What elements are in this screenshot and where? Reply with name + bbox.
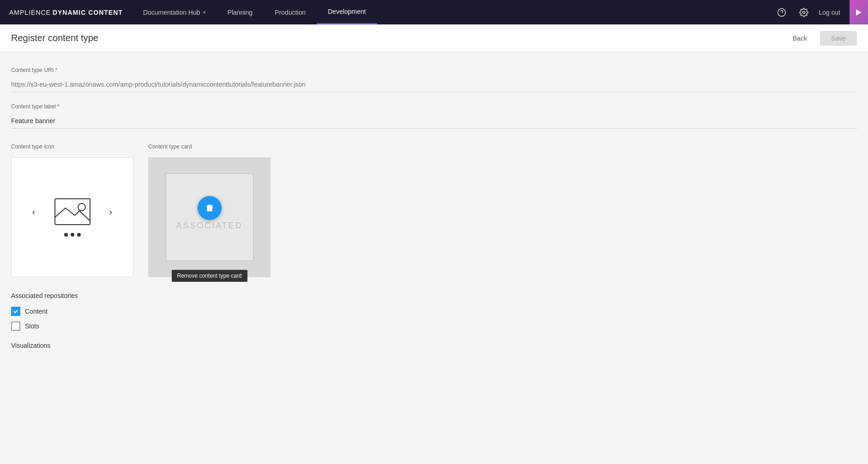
nav-item-production[interactable]: Production [264, 0, 317, 24]
label-form-group: Content type label * [11, 103, 857, 129]
dot-3 [77, 233, 81, 237]
nav-accent [850, 0, 868, 24]
save-button[interactable]: Save [820, 31, 857, 46]
chevron-down-icon: ▾ [203, 10, 205, 15]
visualizations-title: Visualizations [11, 342, 857, 349]
prev-arrow-button[interactable]: ‹ [32, 207, 36, 217]
content-checkbox-label: Content [25, 308, 48, 315]
checkbox-slots-item: Slots [11, 321, 857, 331]
content-card-wrapper[interactable]: ✓ ASSOCIATED Remove content type card [148, 157, 271, 277]
brand-logo[interactable]: AMPLIENCE DYNAMIC CONTENT [0, 0, 132, 24]
settings-button[interactable] [796, 5, 811, 20]
uri-input[interactable] [11, 77, 857, 92]
visualizations-section: Visualizations [11, 342, 857, 349]
brand-dynamic: DYNAMIC CONTENT [53, 9, 123, 16]
top-navigation: AMPLIENCE DYNAMIC CONTENT Documentation … [0, 0, 868, 24]
svg-marker-3 [856, 9, 862, 15]
check-icon [13, 309, 18, 314]
label-input[interactable] [11, 113, 857, 129]
next-arrow-button[interactable]: › [109, 207, 113, 217]
repositories-title: Associated repositories [11, 292, 857, 299]
help-button[interactable] [774, 5, 789, 20]
repositories-section: Associated repositories Content Slots [11, 292, 857, 331]
logout-button[interactable]: Log out [819, 9, 840, 16]
page-title: Register content type [11, 33, 98, 43]
dot-1 [64, 233, 68, 237]
dots-row [64, 233, 81, 237]
nav-item-planning[interactable]: Planning [217, 0, 264, 24]
page-header: Register content type Back Save [0, 24, 868, 52]
cards-section: Content type icon ‹ › [11, 143, 857, 277]
brand-amplience: AMPLIENCE [9, 9, 51, 16]
main-content: Content type URI * Content type label * … [0, 52, 868, 371]
icon-card-container: Content type icon ‹ › [11, 143, 133, 277]
nav-item-development-label: Development [328, 8, 366, 15]
slots-checkbox[interactable] [11, 321, 20, 331]
content-card-container: Content type card ✓ ASSOCIATED Remove co… [148, 143, 271, 277]
icon-card-inner: ‹ › [12, 158, 133, 277]
image-placeholder-icon [54, 198, 91, 226]
remove-card-button[interactable] [198, 196, 222, 220]
content-checkbox[interactable] [11, 307, 20, 316]
svg-point-5 [78, 203, 85, 211]
slots-checkbox-label: Slots [25, 322, 39, 330]
label-label: Content type label * [11, 103, 857, 110]
associated-text: ASSOCIATED [176, 221, 243, 231]
svg-point-2 [803, 11, 805, 13]
checkbox-content-item: Content [11, 307, 857, 316]
icon-section-label: Content type icon [11, 143, 133, 150]
header-actions: Back Save [785, 31, 857, 46]
uri-label: Content type URI * [11, 67, 857, 73]
nav-right: Log out [765, 0, 850, 24]
nav-item-production-label: Production [275, 9, 306, 16]
svg-rect-4 [55, 199, 90, 225]
nav-items: Documentation Hub ▾ Planning Production … [132, 0, 765, 24]
card-section-label: Content type card [148, 143, 271, 150]
trash-icon [205, 203, 215, 213]
uri-form-group: Content type URI * [11, 67, 857, 92]
nav-item-documentation[interactable]: Documentation Hub ▾ [132, 0, 217, 24]
icon-card[interactable]: ‹ › [11, 157, 133, 277]
nav-item-planning-label: Planning [228, 9, 253, 16]
back-button[interactable]: Back [785, 31, 814, 46]
carousel-arrows: ‹ › [32, 198, 112, 226]
dot-2 [71, 233, 74, 237]
nav-item-development[interactable]: Development [317, 0, 377, 24]
nav-item-documentation-label: Documentation Hub [143, 9, 200, 16]
remove-card-tooltip: Remove content type card [171, 270, 247, 282]
